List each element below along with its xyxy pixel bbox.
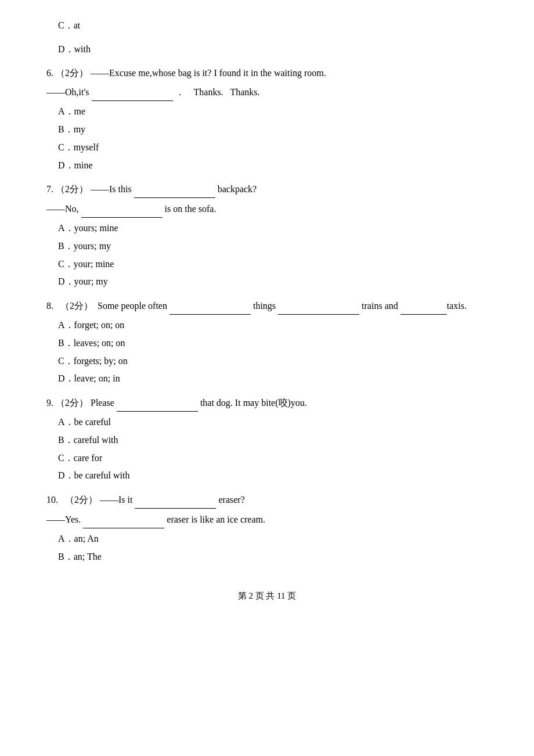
q8-score: （2分） [60, 301, 93, 311]
q6-option-d: D．mine [58, 157, 488, 174]
q8-option-a: A．forget; on; on [58, 317, 488, 334]
q8-option-b: B．leaves; on; on [58, 335, 488, 352]
q6-response-text2: ． Thanks. [175, 87, 223, 97]
q10-option-a: A．an; An [58, 531, 488, 548]
option-text: C．at [58, 17, 488, 34]
q6-option-c: C．myself [58, 139, 488, 156]
q9-score: （2分） [56, 398, 88, 408]
q8-number: 8. [46, 301, 53, 311]
q8-blank2 [278, 297, 359, 315]
question-9-stem: 9. （2分） Please that dog. It may bite(咬)y… [46, 394, 488, 412]
q10-blank1 [135, 491, 216, 509]
q10-option-b: B．an; The [58, 549, 488, 566]
q6-blank [92, 84, 173, 101]
question-9: 9. （2分） Please that dog. It may bite(咬)y… [46, 394, 488, 484]
q9-option-c: C．care for [58, 450, 488, 467]
question-10-response: ——Yes. eraser is like an ice cream. [46, 511, 488, 528]
question-10: 10. （2分） ——Is it eraser? ——Yes. eraser i… [46, 491, 488, 565]
q8-option-d: D．leave; on; in [58, 370, 488, 387]
page-footer: 第 2 页 共 11 页 [46, 588, 488, 604]
q6-score: （2分） [56, 68, 88, 78]
q7-score: （2分） [56, 184, 88, 194]
q9-option-d: D．be careful with [58, 467, 488, 484]
q7-option-a: A．yours; mine [58, 220, 488, 237]
question-6: 6. （2分） ——Excuse me,whose bag is it? I f… [46, 65, 488, 174]
q6-number: 6. [46, 68, 53, 78]
question-7: 7. （2分） ——Is this backpack? ——No, is on … [46, 181, 488, 290]
q7-option-d: D．your; my [58, 273, 488, 290]
q6-response-text: ——Oh,it's [46, 87, 89, 97]
question-8-stem: 8. （2分） Some people often things trains … [46, 297, 488, 315]
q7-option-c: C．your; mine [58, 256, 488, 273]
q7-number: 7. [46, 184, 53, 194]
question-8: 8. （2分） Some people often things trains … [46, 297, 488, 387]
question-6-response: ——Oh,it's ． Thanks. Thanks. [46, 84, 488, 101]
q6-text-before: ——Excuse me,whose bag is it? I found it … [91, 68, 326, 78]
q10-score: （2分） [65, 495, 98, 505]
q8-blank1 [169, 297, 251, 315]
question-6-stem: 6. （2分） ——Excuse me,whose bag is it? I f… [46, 65, 488, 82]
question-7-stem: 7. （2分） ——Is this backpack? [46, 181, 488, 198]
q7-blank1 [134, 181, 215, 198]
option-c-prev: C．at [46, 17, 488, 34]
q9-number: 9. [46, 398, 53, 408]
q9-option-b: B．careful with [58, 432, 488, 449]
option-text: D．with [58, 41, 488, 58]
q9-blank [117, 394, 198, 412]
q8-blank3 [400, 297, 447, 315]
question-10-stem: 10. （2分） ——Is it eraser? [46, 491, 488, 509]
q7-blank2 [81, 200, 163, 218]
q7-option-b: B．yours; my [58, 238, 488, 255]
option-d-prev: D．with [46, 41, 488, 58]
question-7-response: ——No, is on the sofa. [46, 200, 488, 218]
q8-option-c: C．forgets; by; on [58, 353, 488, 370]
q6-option-a: A．me [58, 103, 488, 120]
footer-text: 第 2 页 共 11 页 [238, 591, 297, 600]
q10-blank2 [83, 511, 164, 528]
q6-option-b: B．my [58, 121, 488, 138]
q10-number: 10. [46, 495, 58, 505]
q9-option-a: A．be careful [58, 414, 488, 431]
